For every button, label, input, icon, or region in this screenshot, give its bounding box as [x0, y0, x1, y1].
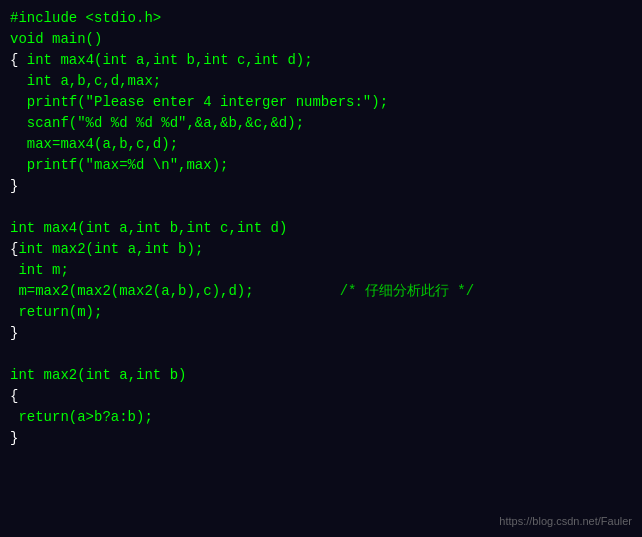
code-line-1: #include <stdio.h> [10, 8, 632, 29]
code-line-19: { [10, 386, 632, 407]
code-line-13: int m; [10, 260, 632, 281]
code-line-21: } [10, 428, 632, 449]
code-line-8: printf("max=%d \n",max); [10, 155, 632, 176]
code-line-5: printf("Please enter 4 interger numbers:… [10, 92, 632, 113]
code-display: #include <stdio.h> void main() { int max… [0, 0, 642, 537]
code-line-20: return(a>b?a:b); [10, 407, 632, 428]
blank-line-2 [10, 344, 632, 365]
code-line-3: { int max4(int a,int b,int c,int d); [10, 50, 632, 71]
blank-line-1 [10, 197, 632, 218]
code-line-11: int max4(int a,int b,int c,int d) [10, 218, 632, 239]
code-line-9: } [10, 176, 632, 197]
code-line-7: max=max4(a,b,c,d); [10, 134, 632, 155]
code-line-2: void main() [10, 29, 632, 50]
code-line-16: } [10, 323, 632, 344]
code-line-14: m=max2(max2(max2(a,b),c),d); /* 仔细分析此行 *… [10, 281, 632, 302]
code-line-12: {int max2(int a,int b); [10, 239, 632, 260]
code-line-6: scanf("%d %d %d %d",&a,&b,&c,&d); [10, 113, 632, 134]
code-line-4: int a,b,c,d,max; [10, 71, 632, 92]
code-line-18: int max2(int a,int b) [10, 365, 632, 386]
code-line-15: return(m); [10, 302, 632, 323]
watermark: https://blog.csdn.net/Fauler [499, 515, 632, 527]
